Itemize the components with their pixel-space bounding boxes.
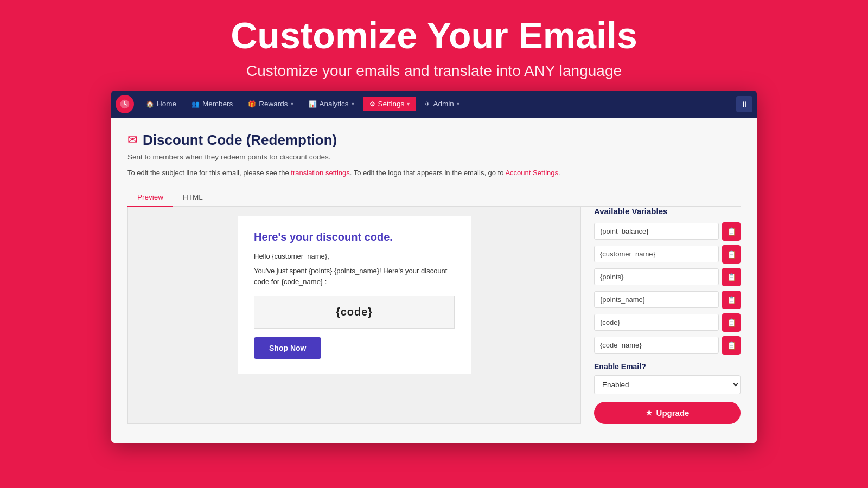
page-info: To edit the subject line for this email,… [127,168,741,179]
navbar-items: 🏠 Home 👥 Members 🎁 Rewards ▾ 📊 Analytics… [139,97,736,111]
nav-members[interactable]: 👥 Members [185,97,239,111]
copy-points[interactable]: 📋 [722,268,741,286]
right-panel: Available Variables {point_balance} 📋 {c… [594,207,741,424]
variable-points-name: {points_name} [594,291,719,308]
page-description: Sent to members when they redeem points … [127,153,741,161]
copy-code-name[interactable]: 📋 [722,336,741,355]
nav-rewards-label: Rewards [259,100,288,108]
rewards-icon: 🎁 [248,100,256,108]
hero-title: Customize Your Emails [11,15,857,56]
variable-row-3: {points} 📋 [594,268,741,286]
email-card: Here's your discount code. Hello {custom… [238,216,471,375]
settings-caret: ▾ [407,101,410,107]
variable-row-6: {code_name} 📋 [594,336,741,355]
variable-points: {points} [594,268,719,285]
analytics-icon: 📊 [309,100,317,108]
nav-members-label: Members [202,100,233,108]
nav-settings-label: Settings [378,100,405,108]
email-preview-container: Here's your discount code. Hello {custom… [127,207,581,424]
variable-point-balance: {point_balance} [594,223,719,240]
copy-customer-name[interactable]: 📋 [722,245,741,264]
email-body: You've just spent {points} {points_name}… [254,266,455,287]
home-icon: 🏠 [146,100,154,108]
upgrade-button[interactable]: ★ Upgrade [594,402,741,424]
variable-row-2: {customer_name} 📋 [594,245,741,264]
copy-point-balance[interactable]: 📋 [722,222,741,241]
hero-section: Customize Your Emails Customize your ema… [0,0,868,91]
upgrade-label: Upgrade [656,408,690,418]
admin-caret: ▾ [457,101,459,107]
variable-code-name: {code_name} [594,337,719,354]
logo[interactable] [116,95,134,113]
tab-preview[interactable]: Preview [127,189,173,207]
navbar-right: ⏸ [736,96,752,112]
nav-analytics-label: Analytics [320,100,349,108]
settings-icon: ⚙ [369,100,375,108]
variable-row-1: {point_balance} 📋 [594,222,741,241]
page-header: ✉ Discount Code (Redemption) [127,132,741,149]
info-text-2: . To edit the logo that appears in the e… [350,169,506,177]
translation-settings-link[interactable]: translation settings [291,169,349,177]
navbar: 🏠 Home 👥 Members 🎁 Rewards ▾ 📊 Analytics… [111,91,757,118]
enable-email-label: Enable Email? [594,362,741,371]
page-title: Discount Code (Redemption) [143,132,337,149]
nav-admin[interactable]: ✈ Admin ▾ [418,97,465,111]
account-settings-link[interactable]: Account Settings [505,169,558,177]
variable-row-4: {points_name} 📋 [594,291,741,309]
nav-analytics[interactable]: 📊 Analytics ▾ [302,97,361,111]
nav-home[interactable]: 🏠 Home [139,97,183,111]
variable-code: {code} [594,314,719,331]
nav-rewards[interactable]: 🎁 Rewards ▾ [241,97,299,111]
info-text-1: To edit the subject line for this email,… [127,169,291,177]
variable-customer-name: {customer_name} [594,246,719,262]
tab-bar: Preview HTML [127,189,741,207]
nav-home-label: Home [157,100,176,108]
copy-code[interactable]: 📋 [722,313,741,332]
nav-admin-label: Admin [433,100,454,108]
analytics-caret: ▾ [352,101,354,107]
info-text-3: . [558,169,560,177]
admin-icon: ✈ [425,100,430,108]
tab-html[interactable]: HTML [173,189,213,207]
pause-button[interactable]: ⏸ [736,96,752,112]
variable-row-5: {code} 📋 [594,313,741,332]
main-layout: Here's your discount code. Hello {custom… [127,207,741,424]
variables-title: Available Variables [594,207,741,216]
members-icon: 👥 [192,100,200,108]
content-area: ✉ Discount Code (Redemption) Sent to mem… [111,118,757,443]
enable-email-select[interactable]: Enabled Disabled [594,375,741,394]
copy-points-name[interactable]: 📋 [722,291,741,309]
email-heading: Here's your discount code. [254,231,455,243]
nav-settings[interactable]: ⚙ Settings ▾ [363,97,417,111]
hero-subtitle: Customize your emails and translate into… [11,62,857,80]
app-window: 🏠 Home 👥 Members 🎁 Rewards ▾ 📊 Analytics… [111,91,757,443]
logo-icon [119,99,130,110]
page-title-icon: ✉ [127,133,137,147]
email-code-box: {code} [254,296,455,329]
email-greeting: Hello {customer_name}, [254,251,455,262]
upgrade-star-icon: ★ [646,408,653,417]
shop-now-button[interactable]: Shop Now [254,337,321,359]
rewards-caret: ▾ [291,101,293,107]
